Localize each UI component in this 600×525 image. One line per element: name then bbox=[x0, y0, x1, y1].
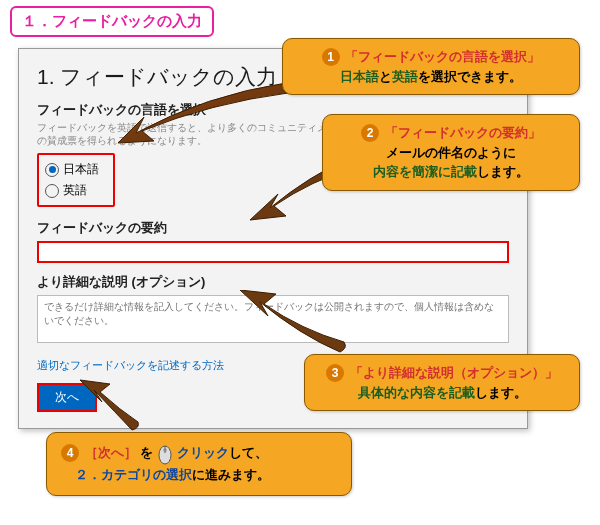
callout-1: 1 「フィードバックの言語を選択」 日本語と英語を選択できます。 bbox=[282, 38, 580, 95]
callout-text: を選択できます。 bbox=[418, 69, 522, 84]
callout-text: ２．カテゴリの選択 bbox=[75, 467, 192, 482]
summary-input[interactable] bbox=[37, 241, 509, 263]
callout-text: を bbox=[140, 445, 153, 460]
radio-dot-icon bbox=[45, 163, 59, 177]
callout-number: 2 bbox=[361, 124, 379, 142]
radio-dot-icon bbox=[45, 184, 59, 198]
detail-input[interactable] bbox=[37, 295, 509, 343]
tutorial-title: １．フィードバックの入力 bbox=[22, 12, 202, 29]
callout-text: 内容を簡潔に記載 bbox=[373, 164, 477, 179]
callout-number: 1 bbox=[322, 48, 340, 66]
callout-text: 英語 bbox=[392, 69, 418, 84]
radio-japanese-label: 日本語 bbox=[63, 161, 99, 178]
callout-text: クリック bbox=[177, 445, 229, 460]
callout-text: に進みます。 bbox=[192, 467, 270, 482]
radio-english[interactable]: 英語 bbox=[45, 180, 107, 201]
callout-text: します。 bbox=[477, 164, 529, 179]
callout-text: ［次へ］ bbox=[85, 445, 137, 460]
callout-text: 「フィードバックの要約」 bbox=[385, 125, 541, 140]
radio-japanese[interactable]: 日本語 bbox=[45, 159, 107, 180]
callout-text: 日本語 bbox=[340, 69, 379, 84]
next-button[interactable]: 次へ bbox=[39, 385, 95, 410]
callout-number: 3 bbox=[326, 364, 344, 382]
callout-number: 4 bbox=[61, 444, 79, 462]
callout-text: 具体的な内容を記載 bbox=[358, 385, 475, 400]
callout-text: して、 bbox=[229, 445, 268, 460]
callout-2: 2 「フィードバックの要約」 メールの件名のように 内容を簡潔に記載します。 bbox=[322, 114, 580, 191]
language-radio-group: 日本語 英語 bbox=[37, 153, 115, 207]
tutorial-title-box: １．フィードバックの入力 bbox=[10, 6, 214, 37]
callout-text: と bbox=[379, 69, 392, 84]
callout-text: します。 bbox=[475, 385, 527, 400]
mouse-icon bbox=[157, 443, 173, 465]
next-button-highlight: 次へ bbox=[37, 383, 97, 412]
callout-text: メールの件名のように bbox=[386, 145, 516, 160]
radio-english-label: 英語 bbox=[63, 182, 87, 199]
callout-text: 「フィードバックの言語を選択」 bbox=[345, 49, 540, 64]
summary-label: フィードバックの要約 bbox=[37, 219, 509, 237]
callout-text: 「より詳細な説明（オプション）」 bbox=[350, 365, 558, 380]
callout-3: 3 「より詳細な説明（オプション）」 具体的な内容を記載します。 bbox=[304, 354, 580, 411]
detail-label: より詳細な説明 (オプション) bbox=[37, 273, 509, 291]
help-link[interactable]: 適切なフィードバックを記述する方法 bbox=[37, 358, 224, 373]
svg-rect-2 bbox=[163, 448, 166, 452]
callout-4: 4 ［次へ］ を クリックして、 ２．カテゴリの選択に進みます。 bbox=[46, 432, 352, 496]
